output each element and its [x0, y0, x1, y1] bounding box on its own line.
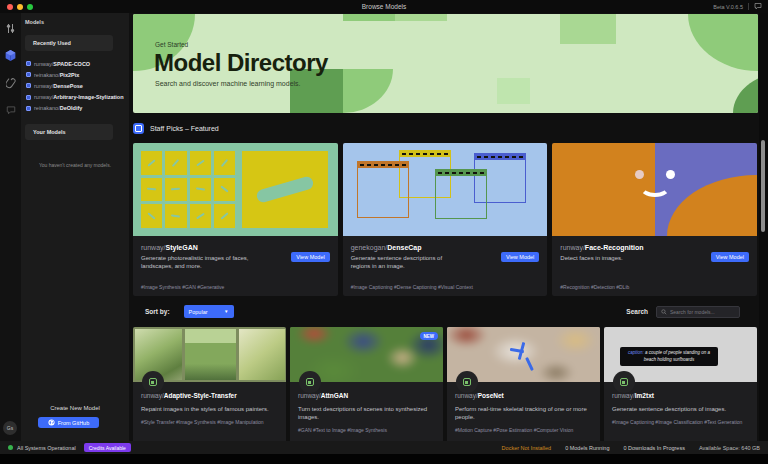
empty-models-text: You haven't created any models.	[21, 162, 129, 168]
model-card-attngan[interactable]: NEW runway/AttnGAN Turn text description…	[290, 327, 443, 454]
model-description: Turn text descriptions of scenes into sy…	[298, 406, 435, 422]
new-badge: NEW	[420, 332, 439, 340]
titlebar-divider	[748, 3, 749, 10]
hero-shape	[343, 69, 393, 113]
view-model-button[interactable]: View Model	[291, 252, 329, 262]
system-status-dot	[8, 445, 13, 450]
sidebar-item-spade-coco[interactable]: runway/SPADE-COCO	[21, 58, 129, 69]
hero-shape	[733, 71, 758, 113]
model-name: runway/PoseNet	[455, 392, 592, 399]
recent-models-list: runway/SPADE-COCO reinakano/Pix2Pix runw…	[21, 58, 129, 114]
featured-card-stylegan[interactable]: runway/StyleGAN Generate photorealistic …	[133, 143, 338, 296]
feedback-icon[interactable]	[754, 2, 762, 11]
sort-dropdown[interactable]: Popular ▼	[184, 305, 234, 318]
models-cube-icon[interactable]	[3, 48, 18, 63]
titlebar: Browse Models Beta V.0.6.5	[0, 0, 768, 13]
sidebar-item-densepose[interactable]: runway/DensePose	[21, 80, 129, 91]
browse-models-content: Get Started Model Directory Search and d…	[129, 13, 768, 464]
model-name: runway/Face-Recognition	[560, 244, 749, 251]
model-cards-row: runway/Adaptive-Style-Transfer Repaint i…	[133, 327, 757, 454]
hero-banner: Get Started Model Directory Search and d…	[133, 14, 758, 113]
model-cube-icon	[26, 83, 31, 88]
model-cube-icon	[26, 61, 31, 66]
status-bar-right: Docker Not Installed 0 Models Running 0 …	[502, 445, 760, 451]
model-tags: #Image Captioning #Dense Captioning #Vis…	[351, 284, 473, 290]
model-tags: #Recognition #Detection #DLib	[560, 284, 629, 290]
model-tags: #Image Captioning #Image Classification …	[612, 419, 749, 426]
model-type-icon	[613, 371, 635, 393]
model-description: Detect faces in images.	[560, 255, 672, 263]
model-description: Perform real-time skeletal tracking of o…	[455, 406, 592, 422]
credits-badge[interactable]: Credits Available	[84, 443, 131, 452]
model-cube-icon	[26, 106, 31, 111]
staff-picks-icon	[133, 123, 144, 134]
chat-icon[interactable]	[3, 102, 18, 117]
staff-picks-heading: Staff Picks – Featured	[133, 123, 219, 134]
titlebar-right: Beta V.0.6.5	[713, 2, 762, 11]
workspace-sliders-icon[interactable]	[3, 21, 18, 36]
status-bar: All Systems Operational Credits Availabl…	[0, 441, 768, 454]
sidebar-item-arbitrary-image-stylization[interactable]: runway/Arbitrary-Image-Stylization	[21, 92, 129, 103]
model-tags: #Style Transfer #Image Synthesis #Image …	[141, 419, 278, 426]
from-github-button[interactable]: From GitHub	[38, 417, 99, 428]
model-name: runway/StyleGAN	[141, 244, 330, 251]
stylegan-cover-art	[133, 143, 338, 236]
model-name: runway/Im2txt	[612, 392, 749, 399]
hero-shape	[688, 14, 758, 71]
model-description: Generate photorealistic images of faces,…	[141, 255, 253, 271]
sidebar-item-pix2pix[interactable]: reinakano/Pix2Pix	[21, 69, 129, 80]
hero-shape	[497, 78, 530, 104]
sidebar-item-deoldify[interactable]: reinakano/DeOldify	[21, 103, 129, 114]
search-input[interactable]	[670, 309, 735, 315]
paperclip-icon[interactable]	[3, 75, 18, 90]
model-tags: #GAN #Text to Image #Image Synthesis	[298, 427, 435, 434]
caption-example: caption: a couple of people standing on …	[620, 347, 718, 366]
github-icon	[48, 419, 55, 426]
models-sidebar: Models Recently Used runway/SPADE-COCO r…	[21, 13, 129, 464]
search-icon	[661, 309, 667, 315]
featured-card-face-recognition[interactable]: runway/Face-Recognition Detect faces in …	[552, 143, 757, 296]
model-card-im2txt[interactable]: caption: a couple of people standing on …	[604, 327, 757, 454]
model-type-icon	[142, 371, 164, 393]
face-recognition-cover-art	[552, 143, 757, 236]
model-type-icon	[299, 371, 321, 393]
runway-app-window: Browse Models Beta V.0.6.5	[0, 0, 768, 464]
search-box	[656, 306, 740, 318]
model-card-posenet[interactable]: runway/PoseNet Perform real-time skeleta…	[447, 327, 600, 454]
model-name: genekogan/DenseCap	[351, 244, 540, 251]
staff-picks-label: Staff Picks – Featured	[150, 125, 219, 132]
user-avatar[interactable]: Gs	[3, 421, 17, 435]
hero-eyebrow: Get Started	[155, 41, 188, 48]
featured-card-densecap[interactable]: genekogan/DenseCap Generate sentence des…	[343, 143, 548, 296]
scrollbar-track[interactable]	[759, 13, 768, 464]
system-status-label: All Systems Operational	[17, 445, 76, 451]
model-name: runway/AttnGAN	[298, 392, 435, 399]
search-label: Search	[626, 308, 648, 315]
model-card-adaptive-style-transfer[interactable]: runway/Adaptive-Style-Transfer Repaint i…	[133, 327, 286, 454]
model-name: runway/Adaptive-Style-Transfer	[141, 392, 278, 399]
model-type-icon	[456, 371, 478, 393]
model-description: Generate sentence descriptions of region…	[351, 255, 463, 271]
docker-status[interactable]: Docker Not Installed	[502, 445, 552, 451]
hero-shape	[343, 14, 395, 21]
icon-rail: Gs	[0, 13, 21, 464]
model-cube-icon	[26, 72, 31, 77]
scrollbar-thumb[interactable]	[761, 140, 765, 232]
model-description: Repaint images in the styles of famous p…	[141, 406, 278, 414]
hero-title: Model Directory	[154, 49, 328, 77]
densecap-cover-art	[343, 143, 548, 236]
models-running-status: 0 Models Running	[565, 445, 609, 451]
sidebar-title: Models	[25, 19, 129, 25]
view-model-button[interactable]: View Model	[501, 252, 539, 262]
featured-cards-row: runway/StyleGAN Generate photorealistic …	[133, 143, 757, 296]
available-space-status: Available Space: 640 GB	[699, 445, 760, 451]
window-bottom-edge	[0, 454, 768, 464]
create-new-model-label: Create New Model	[21, 405, 129, 411]
downloads-status: 0 Downloads In Progress	[623, 445, 684, 451]
recently-used-header[interactable]: Recently Used	[25, 35, 113, 51]
version-label: Beta V.0.6.5	[713, 4, 743, 10]
model-tags: #Motion Capture #Pose Estimation #Comput…	[455, 427, 592, 434]
your-models-header[interactable]: Your Models	[25, 124, 113, 140]
view-model-button[interactable]: View Model	[711, 252, 749, 262]
chevron-down-icon: ▼	[224, 309, 228, 314]
